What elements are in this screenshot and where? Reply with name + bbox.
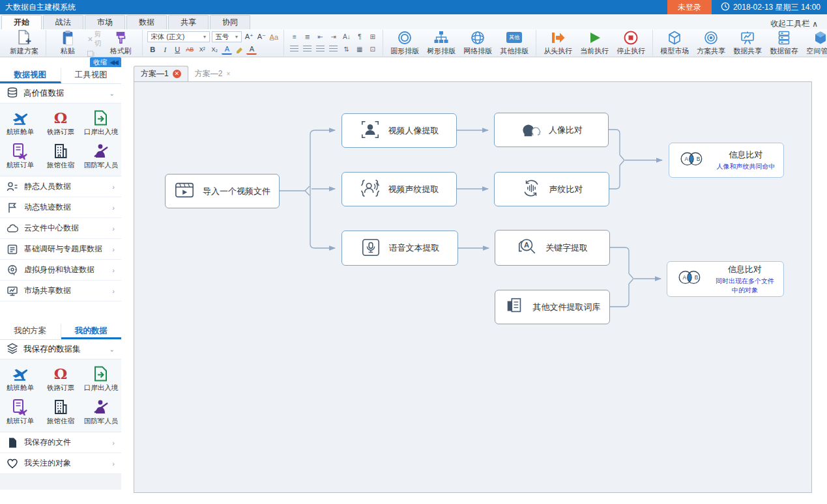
- tab-market[interactable]: 市场: [85, 15, 125, 29]
- tab-tool-view[interactable]: 工具视图: [61, 68, 122, 83]
- flow-node-keyword-extract[interactable]: A 关键字提取: [495, 230, 610, 266]
- data-share-button[interactable]: 数据共享: [731, 30, 764, 56]
- chevron-down-icon: ▼: [202, 35, 207, 39]
- doc-tab-plan2[interactable]: 方案—2 ×: [188, 66, 237, 81]
- dataset-port-entry-exit[interactable]: 口岸出入境: [81, 107, 121, 140]
- line-spacing-button[interactable]: ⇅: [341, 44, 352, 55]
- strikethrough-button[interactable]: AB: [184, 44, 195, 55]
- dataset-hotel-stay[interactable]: 旅馆住宿: [40, 396, 81, 429]
- run-from-start-button[interactable]: 从头执行: [541, 30, 575, 56]
- align-center-button[interactable]: [302, 44, 313, 55]
- sort-button[interactable]: A↓: [341, 32, 352, 42]
- tab-data[interactable]: 数据: [126, 15, 167, 29]
- shading-button[interactable]: ▦: [354, 44, 365, 55]
- circular-layout-button[interactable]: 圆形排版: [388, 30, 422, 56]
- login-status-badge[interactable]: 未登录: [667, 0, 712, 14]
- copy-button-disabled[interactable]: [87, 51, 101, 57]
- italic-button[interactable]: I: [160, 44, 170, 55]
- tab-home[interactable]: 开始: [1, 15, 42, 29]
- model-market-button[interactable]: 模型市场: [658, 30, 691, 56]
- table-button[interactable]: ⊞: [367, 32, 378, 42]
- microphone-icon: [360, 237, 381, 260]
- flow-node-info-compare-1[interactable]: AB 信息比对 人像和声纹共同命中: [669, 143, 784, 178]
- tab-share[interactable]: 共享: [168, 15, 209, 29]
- section-saved-datasets[interactable]: 我保存的数据集 ⌄: [0, 340, 121, 359]
- dataset-flight-manifest[interactable]: 航班舱单: [0, 107, 40, 140]
- font-size-select[interactable]: 五号 ▼: [212, 31, 242, 42]
- highlight-button[interactable]: [234, 44, 244, 55]
- dataset-railway-ticket[interactable]: Ω 铁路订票: [40, 363, 81, 396]
- data-retention-button[interactable]: 数据留存: [767, 30, 801, 56]
- new-plan-button[interactable]: 新建方案: [7, 30, 41, 56]
- bold-button[interactable]: B: [147, 44, 158, 55]
- superscript-button[interactable]: X²: [197, 44, 207, 55]
- align-right-button[interactable]: [315, 44, 326, 55]
- sidebar-item-virtual-identity-data[interactable]: 虚拟身份和轨迹数据 ›: [0, 260, 121, 281]
- section-high-value-data[interactable]: 高价值数据 ⌄: [0, 84, 121, 104]
- borders-button[interactable]: ⊡: [367, 44, 378, 55]
- increase-indent-button[interactable]: ⇥: [328, 32, 339, 42]
- flow-node-info-compare-2[interactable]: AB 信息比对 同时出现在多个文件中的对象: [667, 261, 784, 297]
- dataset-port-entry-exit[interactable]: 口岸出入境: [81, 363, 121, 396]
- doc-tab-plan1[interactable]: 方案—1 ✕: [134, 66, 188, 81]
- sidebar-item-my-saved-files[interactable]: 我保存的文件 ›: [0, 432, 121, 453]
- svg-text:A: A: [682, 274, 686, 281]
- dataset-hotel-stay[interactable]: 旅馆住宿: [40, 140, 81, 173]
- other-layout-button[interactable]: 其他 其他排版: [497, 30, 531, 56]
- sidebar-item-static-person-data[interactable]: 静态人员数据 ›: [0, 176, 121, 197]
- run-current-button[interactable]: 当前执行: [577, 30, 611, 56]
- tab-collab[interactable]: 协同: [210, 15, 250, 29]
- char-border-button[interactable]: A: [246, 44, 257, 55]
- numbered-list-button[interactable]: ≣: [302, 32, 313, 42]
- decrease-indent-button[interactable]: ⇤: [315, 32, 326, 42]
- sidebar-item-my-followed-objects[interactable]: 我关注的对象 ›: [0, 453, 121, 474]
- close-tab-icon[interactable]: ×: [226, 70, 230, 77]
- subscript-button[interactable]: X₂: [209, 44, 220, 55]
- font-color-button[interactable]: A: [222, 44, 232, 55]
- flow-node-speech-text-extract[interactable]: 语音文本提取: [341, 231, 458, 266]
- sidebar-item-market-shared-data[interactable]: 市场共享数据 ›: [0, 281, 121, 301]
- flow-node-import-video[interactable]: 导入一个视频文件: [165, 174, 280, 208]
- flow-node-video-face-extract[interactable]: 视频人像提取: [341, 113, 457, 148]
- network-layout-button[interactable]: 网络排版: [461, 30, 495, 56]
- tab-tactics[interactable]: 战法: [43, 15, 83, 29]
- dataset-label: 航班舱单: [7, 128, 34, 137]
- close-tab-icon[interactable]: ✕: [173, 70, 181, 78]
- tab-my-data[interactable]: 我的数据: [61, 324, 122, 339]
- bullet-list-button[interactable]: ≡: [289, 32, 300, 42]
- dataset-military-personnel[interactable]: 国防军人员: [81, 140, 121, 173]
- justify-button[interactable]: [328, 44, 339, 55]
- underline-button[interactable]: U: [172, 44, 182, 55]
- flow-canvas[interactable]: 导入一个视频文件 视频人像提取 视频声纹提取 语音文本提取 人像比对 声纹比对 …: [134, 81, 812, 493]
- dataset-flight-manifest[interactable]: 航班舱单: [0, 363, 40, 396]
- cut-button-disabled[interactable]: ✕ 剪切: [87, 30, 101, 48]
- plan-share-button[interactable]: 方案共享: [694, 30, 728, 56]
- tab-data-view[interactable]: 数据视图: [0, 68, 61, 83]
- flow-node-face-compare[interactable]: 人像比对: [494, 113, 609, 147]
- sidebar-collapse-button[interactable]: 收缩 ◀◀: [90, 57, 121, 67]
- tab-my-plans[interactable]: 我的方案: [0, 324, 61, 339]
- dataset-railway-ticket[interactable]: Ω 铁路订票: [40, 107, 81, 140]
- flow-node-video-voiceprint-extract[interactable]: 视频声纹提取: [341, 172, 457, 206]
- paste-button[interactable]: 粘贴: [51, 30, 85, 56]
- sidebar-item-dynamic-track-data[interactable]: 动态轨迹数据 ›: [0, 197, 121, 218]
- font-family-select[interactable]: 宋体 (正文) ▼: [147, 31, 210, 42]
- space-manage-button[interactable]: 空间管理: [804, 30, 827, 56]
- change-case-button[interactable]: A̲a: [268, 32, 279, 42]
- sidebar-item-survey-thematic-data[interactable]: 基础调研与专题库数据 ›: [0, 239, 121, 260]
- align-left-button[interactable]: [289, 44, 300, 55]
- dataset-military-personnel[interactable]: 国防军人员: [81, 396, 121, 429]
- flow-node-other-files-wordlib[interactable]: 其他文件提取词库: [495, 290, 610, 324]
- dataset-flight-order[interactable]: 航班订单: [0, 140, 40, 173]
- stop-run-button[interactable]: 停止执行: [614, 30, 648, 56]
- dataset-label: 航班订单: [7, 161, 34, 170]
- flow-node-voiceprint-compare[interactable]: 声纹比对: [494, 172, 609, 206]
- collapse-toolbar-button[interactable]: 收起工具栏 ∧: [770, 18, 827, 29]
- shrink-font-button[interactable]: A⁻: [256, 32, 267, 42]
- paragraph-mark-button[interactable]: ¶: [354, 32, 365, 42]
- sidebar-item-cloud-file-data[interactable]: 云文件中心数据 ›: [0, 218, 121, 239]
- grow-font-button[interactable]: A⁺: [244, 32, 254, 42]
- dataset-flight-order[interactable]: 航班订单: [0, 396, 40, 429]
- format-painter-button[interactable]: 格式刷: [104, 30, 138, 56]
- tree-layout-button[interactable]: 树形排版: [424, 30, 458, 56]
